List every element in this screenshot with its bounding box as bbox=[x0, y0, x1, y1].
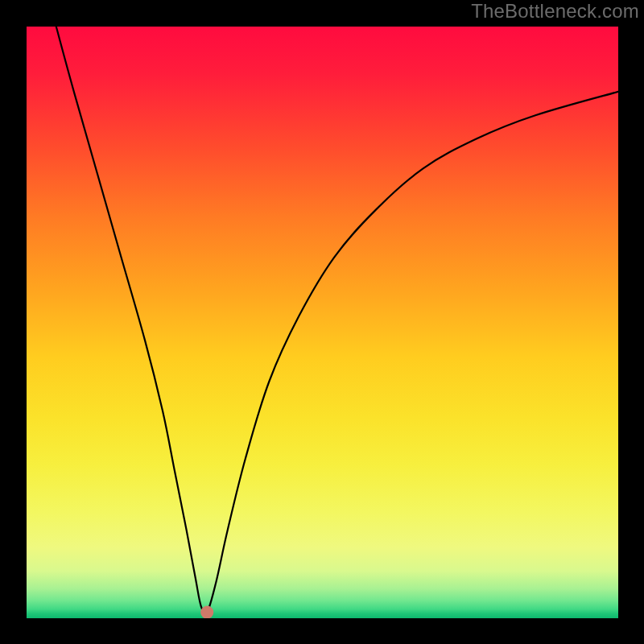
minimum-point-dot bbox=[200, 606, 213, 618]
outer-frame: TheBottleneck.com bbox=[0, 0, 644, 644]
bottleneck-curve-path bbox=[56, 27, 618, 614]
plot-area bbox=[27, 27, 618, 618]
bottleneck-curve-svg bbox=[27, 27, 618, 618]
watermark-text: TheBottleneck.com bbox=[471, 0, 639, 23]
